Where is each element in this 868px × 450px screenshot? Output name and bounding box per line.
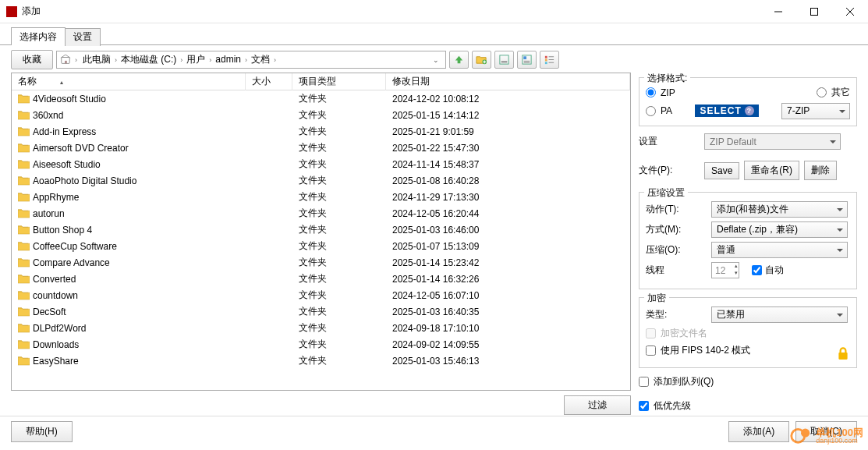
svg-rect-10 bbox=[523, 56, 526, 59]
file-type: 文件夹 bbox=[292, 305, 386, 318]
file-type: 文件夹 bbox=[292, 239, 386, 253]
chevron-icon: › bbox=[207, 56, 214, 64]
radio-pa[interactable]: PA bbox=[646, 105, 672, 116]
toolbar: 收藏 › 此电脑›本地磁盘 (C:)›用户›admin›文档› ⌄ bbox=[0, 45, 868, 73]
svg-rect-13 bbox=[545, 56, 547, 58]
filter-button[interactable]: 过滤 bbox=[564, 395, 631, 415]
file-row[interactable]: 360xnd文件夹2025-01-15 14:14:12 bbox=[12, 107, 630, 123]
chevron-icon: › bbox=[73, 56, 80, 64]
radio-zip[interactable]: ZIP bbox=[646, 87, 675, 98]
close-button[interactable] bbox=[832, 0, 868, 23]
new-folder-button[interactable] bbox=[472, 51, 491, 69]
action-select[interactable]: 添加(和替换)文件 bbox=[711, 201, 848, 218]
column-date[interactable]: 修改日期 bbox=[386, 73, 630, 90]
minimize-button[interactable] bbox=[760, 0, 796, 23]
tab-settings[interactable]: 设置 bbox=[65, 28, 101, 46]
app-icon bbox=[6, 6, 17, 17]
file-date: 2024-09-18 17:10:10 bbox=[386, 323, 630, 334]
folder-icon bbox=[18, 225, 30, 235]
file-name: countdown bbox=[33, 290, 78, 301]
select-badge[interactable]: SELECT? bbox=[695, 105, 758, 117]
folder-icon bbox=[18, 274, 30, 284]
chevron-icon: › bbox=[271, 56, 278, 64]
column-name[interactable]: 名称▴ bbox=[12, 73, 246, 90]
file-row[interactable]: AoaoPhoto Digital Studio文件夹2025-01-08 16… bbox=[12, 172, 630, 189]
other-format-select[interactable]: 7-ZIP bbox=[781, 103, 850, 119]
svg-rect-14 bbox=[545, 59, 547, 62]
file-label: 文件(P): bbox=[639, 164, 700, 177]
file-date: 2024-12-02 10:08:12 bbox=[386, 94, 630, 105]
file-panel: 名称▴ 大小 项目类型 修改日期 4Videosoft Studio文件夹202… bbox=[11, 73, 631, 420]
help-button[interactable]: 帮助(H) bbox=[11, 421, 73, 442]
column-type[interactable]: 项目类型 bbox=[292, 73, 386, 90]
file-row[interactable]: Add-in Express文件夹2025-01-21 9:01:59 bbox=[12, 123, 630, 140]
radio-other[interactable]: 其它 bbox=[817, 86, 850, 99]
enc-type-select[interactable]: 已禁用 bbox=[711, 306, 848, 323]
file-type: 文件夹 bbox=[292, 174, 386, 187]
format-group: 选择格式: ZIP 其它 PA SELECT? 7-ZIP bbox=[639, 77, 857, 126]
file-row[interactable]: Aiseesoft Studio文件夹2024-11-14 15:48:37 bbox=[12, 156, 630, 172]
svg-rect-1 bbox=[811, 8, 818, 15]
threads-stepper[interactable]: 12 bbox=[711, 262, 739, 278]
breadcrumb-segment[interactable]: 用户 bbox=[185, 54, 207, 65]
folder-icon bbox=[18, 143, 30, 153]
file-name: Button Shop 4 bbox=[33, 225, 92, 236]
sort-indicator-icon: ▴ bbox=[60, 79, 63, 86]
settings-preset-select[interactable]: ZIP Default bbox=[704, 133, 841, 150]
fips-checkbox[interactable]: 使用 FIPS 140-2 模式 bbox=[646, 344, 850, 357]
chevron-icon: › bbox=[178, 56, 185, 64]
delete-button[interactable]: 删除 bbox=[804, 161, 837, 180]
file-row[interactable]: DecSoft文件夹2025-01-03 16:40:35 bbox=[12, 303, 630, 320]
svg-rect-15 bbox=[545, 62, 547, 64]
view-list-icon[interactable] bbox=[517, 51, 537, 69]
view-large-icon[interactable] bbox=[494, 51, 514, 69]
file-type: 文件夹 bbox=[292, 158, 386, 171]
encryption-group-title: 加密 bbox=[644, 292, 669, 305]
file-name: DecSoft bbox=[33, 306, 66, 317]
auto-threads-checkbox[interactable]: 自动 bbox=[752, 264, 784, 277]
compression-group: 压缩设置 动作(T):添加(和替换)文件 方式(M):Deflate (.zip… bbox=[639, 192, 857, 289]
breadcrumb-segment[interactable]: admin bbox=[214, 54, 243, 65]
add-button[interactable]: 添加(A) bbox=[728, 421, 789, 442]
file-row[interactable]: DLPdf2Word文件夹2024-09-18 17:10:10 bbox=[12, 320, 630, 336]
up-folder-button[interactable] bbox=[449, 51, 469, 69]
file-row[interactable]: autorun文件夹2024-12-05 16:20:44 bbox=[12, 205, 630, 221]
file-date: 2025-01-14 15:23:42 bbox=[386, 257, 630, 268]
rename-button[interactable]: 重命名(R) bbox=[744, 161, 799, 180]
file-list[interactable]: 名称▴ 大小 项目类型 修改日期 4Videosoft Studio文件夹202… bbox=[11, 73, 631, 391]
cancel-button[interactable]: 取消(C) bbox=[795, 421, 857, 442]
file-type: 文件夹 bbox=[292, 321, 386, 335]
add-to-queue-checkbox[interactable]: 添加到队列(Q) bbox=[639, 375, 857, 388]
low-priority-checkbox[interactable]: 低优先级 bbox=[639, 399, 857, 413]
save-button[interactable]: Save bbox=[704, 162, 739, 179]
column-size[interactable]: 大小 bbox=[246, 73, 292, 90]
file-row[interactable]: 4Videosoft Studio文件夹2024-12-02 10:08:12 bbox=[12, 90, 630, 107]
level-select[interactable]: 普通 bbox=[711, 242, 848, 258]
enc-filename-checkbox[interactable]: 加密文件名 bbox=[646, 327, 850, 340]
file-row[interactable]: AppRhyme文件夹2024-11-29 17:13:30 bbox=[12, 189, 630, 205]
tab-content[interactable]: 选择内容 bbox=[11, 27, 66, 45]
favorites-button[interactable]: 收藏 bbox=[11, 50, 53, 69]
file-row[interactable]: EasyShare文件夹2025-01-03 15:46:13 bbox=[12, 353, 630, 369]
method-select[interactable]: Deflate (.zip，兼容) bbox=[711, 221, 848, 238]
file-name: Downloads bbox=[33, 339, 79, 350]
file-row[interactable]: Downloads文件夹2024-09-02 14:09:55 bbox=[12, 336, 630, 353]
file-row[interactable]: countdown文件夹2024-12-05 16:07:10 bbox=[12, 287, 630, 303]
breadcrumb-bar[interactable]: › 此电脑›本地磁盘 (C:)›用户›admin›文档› ⌄ bbox=[56, 51, 446, 69]
maximize-button[interactable] bbox=[796, 0, 832, 23]
breadcrumb-dropdown[interactable]: ⌄ bbox=[430, 56, 442, 64]
folder-icon bbox=[18, 356, 30, 366]
home-icon[interactable] bbox=[60, 55, 71, 66]
folder-icon bbox=[18, 110, 30, 120]
breadcrumb-segment[interactable]: 文档 bbox=[250, 54, 271, 65]
threads-label: 线程 bbox=[646, 264, 707, 277]
file-name: 360xnd bbox=[33, 110, 63, 121]
file-row[interactable]: Button Shop 4文件夹2025-01-03 16:46:00 bbox=[12, 221, 630, 238]
file-row[interactable]: CoffeeCup Software文件夹2025-01-07 15:13:09 bbox=[12, 238, 630, 254]
file-row[interactable]: Converted文件夹2025-01-14 16:32:26 bbox=[12, 271, 630, 287]
file-row[interactable]: Aimersoft DVD Creator文件夹2025-01-22 15:47… bbox=[12, 140, 630, 156]
breadcrumb-segment[interactable]: 此电脑 bbox=[81, 54, 112, 65]
breadcrumb-segment[interactable]: 本地磁盘 (C:) bbox=[119, 54, 178, 65]
view-details-icon[interactable] bbox=[540, 51, 559, 69]
file-row[interactable]: Compare Advance文件夹2025-01-14 15:23:42 bbox=[12, 254, 630, 271]
